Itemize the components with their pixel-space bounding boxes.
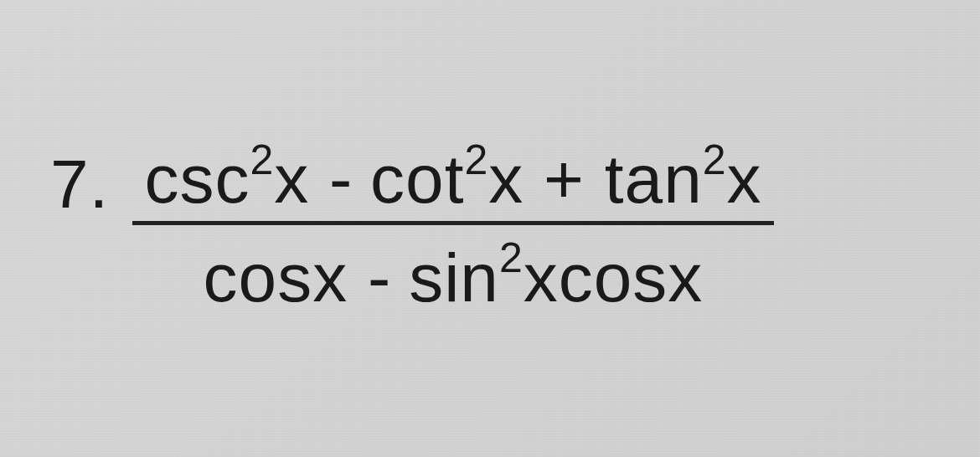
variable-x: x bbox=[727, 141, 762, 217]
exponent: 2 bbox=[499, 234, 524, 281]
operator-plus: + bbox=[544, 141, 585, 217]
exponent: 2 bbox=[703, 136, 727, 183]
operator-minus: - bbox=[368, 239, 389, 316]
denominator: cosx - sin2xcosx bbox=[204, 225, 704, 316]
term-csc: csc bbox=[144, 141, 250, 217]
problem-number: 7. bbox=[50, 141, 109, 218]
exponent: 2 bbox=[465, 136, 489, 183]
term-cosx: cosx bbox=[204, 239, 348, 316]
term-tan: tan bbox=[605, 141, 703, 217]
math-problem: 7. csc2x - cot2x + tan2x cosx - sin2xcos… bbox=[50, 141, 774, 315]
term-cot: cot bbox=[370, 141, 464, 217]
exponent: 2 bbox=[250, 136, 274, 183]
fraction: csc2x - cot2x + tan2x cosx - sin2xcosx bbox=[132, 141, 773, 315]
variable-x: x bbox=[488, 141, 524, 217]
term-xcosx: xcosx bbox=[524, 239, 704, 316]
operator-minus: - bbox=[329, 141, 350, 217]
numerator: csc2x - cot2x + tan2x bbox=[132, 141, 773, 224]
variable-x: x bbox=[274, 141, 309, 217]
term-sin: sin bbox=[409, 239, 499, 316]
